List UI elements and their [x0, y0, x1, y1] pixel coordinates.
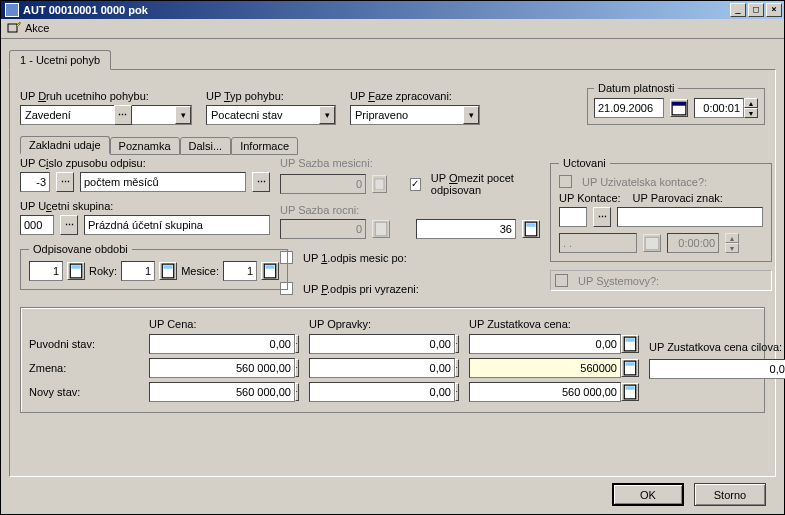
sub-tabset: Zakladni udaje Poznamka Dalsi... Informa…	[20, 135, 765, 153]
lookup-cislo-desc-button[interactable]: ⋯	[252, 172, 270, 192]
input-skupina-code[interactable]	[20, 215, 54, 235]
zmena-cena[interactable]	[149, 358, 295, 378]
arrow-faze-icon[interactable]: ▾	[463, 106, 479, 124]
legend-datum: Datum platnosti	[594, 82, 678, 94]
combo-typ[interactable]: Pocatecni stav ▾	[206, 105, 336, 125]
input-skupina-desc[interactable]	[84, 215, 270, 235]
input-omezit-value[interactable]	[416, 219, 516, 239]
subtab-informace[interactable]: Informace	[231, 137, 298, 155]
calc-icon[interactable]	[621, 383, 639, 401]
checkbox-uzivatelska	[559, 175, 572, 188]
label-kontace: UP Kontace:	[559, 192, 621, 204]
calc-sazba-roc-icon	[372, 220, 390, 238]
combo-faze-value: Pripraveno	[355, 109, 408, 121]
footer: OK Storno	[9, 477, 776, 506]
puvodni-zust[interactable]	[469, 334, 621, 354]
input-sazba-mes	[280, 174, 366, 194]
maximize-button[interactable]: □	[748, 3, 764, 17]
input-cislo-desc[interactable]	[80, 172, 246, 192]
combo-druh-value: Zavedení	[25, 109, 71, 121]
calc-omezit-icon[interactable]	[522, 220, 540, 238]
combo-druh[interactable]: Zavedení ⋯ ▾	[20, 105, 192, 125]
label-cislo-zpusobu: UP Cislo zpusobu odpisu:	[20, 157, 270, 169]
svg-rect-12	[526, 223, 535, 226]
calc-icon[interactable]	[295, 335, 299, 353]
label-puvodni: Puvodni stav:	[29, 338, 139, 350]
label-druh: UP Druh ucetniho pohybu:	[20, 90, 192, 102]
titlebar: AUT 00010001 0000 pok _ □ ×	[1, 1, 784, 19]
subtab-zakladni[interactable]: Zakladni udaje	[20, 136, 110, 154]
menu-action[interactable]: Akce	[25, 22, 49, 34]
svg-rect-10	[375, 222, 386, 236]
calc-icon[interactable]	[621, 359, 639, 377]
zmena-opravky[interactable]	[309, 358, 455, 378]
label-typ: UP Typ pohybu:	[206, 90, 336, 102]
input-datum[interactable]	[594, 98, 664, 118]
calc-icon[interactable]	[295, 383, 299, 401]
puvodni-cena[interactable]	[149, 334, 295, 354]
tab-ucetni-pohyb[interactable]: 1 - Ucetni pohyb	[9, 50, 111, 70]
input-parovaci[interactable]	[617, 207, 763, 227]
novy-opravky[interactable]	[309, 382, 455, 402]
calc-icon[interactable]	[455, 359, 459, 377]
input-odpis[interactable]	[29, 261, 63, 281]
calc-icon[interactable]	[455, 383, 459, 401]
legend-odpisovane: Odpisovane obdobi	[29, 243, 132, 255]
label-omezit: UP Omezit pocet odpisovan	[431, 172, 540, 196]
calc-icon[interactable]	[295, 359, 299, 377]
uct-spin-down: ▼	[725, 243, 739, 253]
tab-label: 1 - Ucetni pohyb	[20, 54, 100, 66]
input-kontace[interactable]	[559, 207, 587, 227]
input-cilova[interactable]	[649, 359, 785, 379]
content: 1 - Ucetni pohyb UP Druh ucetniho pohybu…	[1, 39, 784, 514]
svg-rect-13	[645, 237, 659, 250]
calendar-icon[interactable]	[670, 99, 688, 117]
group-uctovani: Uctovani UP Uzivatelska kontace?: UP Kon…	[550, 157, 772, 262]
calc-icon[interactable]	[621, 335, 639, 353]
label-zmena: Zmena:	[29, 362, 139, 374]
subtab-poznamka[interactable]: Poznamka	[110, 137, 180, 155]
close-button[interactable]: ×	[766, 3, 782, 17]
input-cislo[interactable]	[20, 172, 50, 192]
puvodni-opravky[interactable]	[309, 334, 455, 354]
calc-icon-2[interactable]	[159, 262, 177, 280]
svg-rect-8	[265, 265, 274, 268]
label-cilova: UP Zustatkova cena cilova:	[649, 341, 785, 353]
zmena-zust[interactable]	[469, 358, 621, 378]
minimize-button[interactable]: _	[730, 3, 746, 17]
checkbox-omezit[interactable]	[410, 178, 421, 191]
uct-spin-up: ▲	[725, 233, 739, 243]
window-title: AUT 00010001 0000 pok	[23, 4, 148, 16]
calc-icon-1[interactable]	[67, 262, 85, 280]
ok-button[interactable]: OK	[612, 483, 684, 506]
arrow-druh-icon[interactable]: ▾	[175, 106, 191, 124]
label-ucetni-skupina: UP Ucetni skupina:	[20, 200, 270, 212]
label-sazba-mes: UP Sazba mesicni:	[280, 157, 540, 169]
input-mesice[interactable]	[223, 261, 257, 281]
arrow-typ-icon[interactable]: ▾	[319, 106, 335, 124]
combo-faze[interactable]: Pripraveno ▾	[350, 105, 480, 125]
input-time[interactable]	[694, 98, 744, 118]
input-uct-time	[667, 233, 719, 253]
lookup-skupina-button[interactable]: ⋯	[60, 215, 78, 235]
label-faze: UP Faze zpracovani:	[350, 90, 480, 102]
calc-icon-3[interactable]	[261, 262, 279, 280]
svg-rect-4	[71, 265, 80, 268]
lookup-kontace-button[interactable]: ⋯	[593, 207, 611, 227]
time-spin-down[interactable]: ▼	[744, 108, 758, 118]
lookup-cislo-button[interactable]: ⋯	[56, 172, 74, 192]
menubar: Akce	[1, 19, 784, 39]
label-parovaci: UP Parovaci znak:	[633, 192, 723, 204]
checkbox-systemovy	[555, 274, 568, 287]
calc-icon[interactable]	[455, 335, 459, 353]
time-spin-up[interactable]: ▲	[744, 98, 758, 108]
input-roky[interactable]	[121, 261, 155, 281]
svg-rect-25	[625, 362, 634, 365]
lookup-druh-button[interactable]: ⋯	[114, 105, 132, 125]
group-datum-platnosti: Datum platnosti ▲ ▼	[587, 82, 765, 125]
svg-rect-0	[8, 24, 17, 32]
novy-cena[interactable]	[149, 382, 295, 402]
cancel-button[interactable]: Storno	[694, 483, 766, 506]
subtab-dalsi[interactable]: Dalsi...	[180, 137, 232, 155]
novy-zust[interactable]	[469, 382, 621, 402]
